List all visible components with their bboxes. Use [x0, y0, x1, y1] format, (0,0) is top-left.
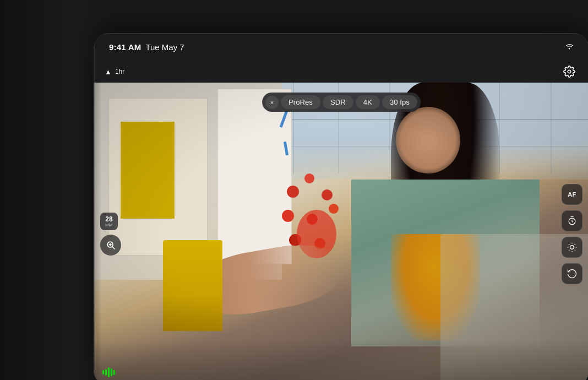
focal-unit: MM [105, 222, 113, 227]
clock: 9:41 AM [109, 42, 141, 52]
camera-viewport: 28 MM AF [94, 83, 588, 380]
record-arrow: ▲ [105, 68, 112, 76]
timer-icon [567, 215, 578, 226]
yellow-lamp [163, 240, 222, 331]
sdr-pill[interactable]: SDR [323, 95, 353, 109]
blue-tape-2 [284, 142, 289, 156]
level-bar-5 [113, 370, 115, 375]
resolution-pill[interactable]: 4K [356, 95, 380, 109]
table-surface [94, 340, 588, 381]
settings-button[interactable] [560, 63, 578, 80]
prores-pill[interactable]: ProRes [281, 95, 320, 109]
close-icon: × [270, 99, 274, 106]
af-button[interactable]: AF [562, 184, 582, 205]
level-bar-1 [102, 370, 104, 374]
level-indicator [102, 367, 115, 377]
framerate-pill[interactable]: 30 fps [382, 95, 417, 109]
svg-point-0 [568, 70, 571, 73]
level-bar-3 [108, 367, 110, 377]
left-bezel [0, 0, 102, 380]
ipad-frame: 9:41 AM Tue May 7 ▲ 1hr × ProRes [94, 33, 588, 380]
level-bar-4 [111, 368, 112, 376]
exposure-button[interactable] [562, 237, 582, 258]
camera-toolbar: ▲ 1hr × ProRes SDR 4K 30 fps [94, 63, 588, 80]
right-controls: AF [562, 184, 582, 284]
af-label: AF [568, 191, 576, 198]
date-display: Tue May 7 [145, 42, 184, 52]
timer-button[interactable] [562, 210, 582, 231]
person-face [396, 107, 460, 173]
close-button[interactable]: × [265, 96, 279, 109]
canvas-board [108, 98, 208, 256]
gear-icon [563, 66, 575, 78]
svg-point-6 [570, 246, 574, 249]
svg-line-2 [112, 247, 115, 249]
magnify-icon [105, 240, 116, 251]
exposure-icon [567, 242, 578, 253]
zoom-button[interactable] [100, 235, 121, 256]
level-bar-2 [105, 369, 107, 376]
blue-tape-1 [280, 110, 288, 128]
reset-button[interactable] [562, 263, 582, 284]
focal-length-badge[interactable]: 28 MM [100, 213, 118, 230]
reset-icon [567, 268, 578, 279]
rec-text: 1hr [115, 68, 124, 75]
recording-indicator: ▲ 1hr [105, 68, 124, 76]
yellow-rect [121, 122, 175, 219]
wifi-icon [565, 43, 574, 50]
focal-number: 28 [105, 216, 112, 222]
time-date: 9:41 AM Tue May 7 [109, 42, 184, 52]
wifi-status [565, 42, 574, 52]
format-pills: × ProRes SDR 4K 30 fps [262, 93, 421, 112]
left-controls: 28 MM [100, 213, 121, 256]
